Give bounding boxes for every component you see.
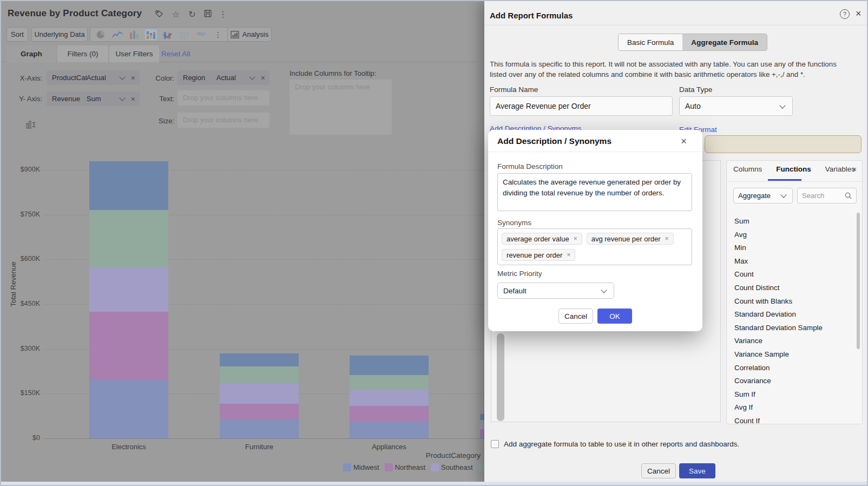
function-item[interactable]: Sum If xyxy=(734,388,823,402)
tab-aggregate-formula[interactable]: Aggregate Formula xyxy=(682,34,767,50)
bar-segment[interactable] xyxy=(89,210,168,267)
bottom-scrollbar-strip[interactable] xyxy=(1,482,868,486)
function-item[interactable]: Covariance xyxy=(734,375,823,388)
modal-cancel-button[interactable]: Cancel xyxy=(558,308,593,324)
bar-segment[interactable] xyxy=(89,161,168,210)
legend-item[interactable]: Northeast xyxy=(385,463,425,471)
add-description-synonyms-modal: Add Description / Synonyms × Formula Des… xyxy=(488,130,702,331)
function-item[interactable]: Count xyxy=(734,268,823,281)
function-item[interactable]: Count If xyxy=(734,415,823,428)
function-search-input[interactable]: Search xyxy=(797,188,857,203)
x-category-label: Appliances xyxy=(351,443,427,451)
editor-scrollbar[interactable] xyxy=(497,333,504,421)
search-icon xyxy=(845,192,852,199)
synonyms-label: Synonyms xyxy=(497,219,531,227)
formula-description-label: Formula Description xyxy=(497,162,563,170)
bar-segment[interactable] xyxy=(220,419,299,438)
stacked-bar-chart: $0$150K$300K$450K$600K$750K$900KElectron… xyxy=(1,1,548,486)
panel-title: Add Report Formulas xyxy=(490,11,573,20)
function-item[interactable]: Count with Blanks xyxy=(734,295,823,308)
legend-swatch xyxy=(431,463,439,471)
bar-segment[interactable] xyxy=(220,353,299,366)
chevron-down-icon xyxy=(601,287,607,293)
bar-segment[interactable] xyxy=(350,422,429,438)
formula-editor-toolbar xyxy=(705,135,862,153)
legend-item[interactable]: Midwest xyxy=(343,463,379,471)
panel-close-icon[interactable]: × xyxy=(856,8,862,19)
modal-title: Add Description / Synonyms xyxy=(497,136,611,146)
sidebar-tab-functions[interactable]: Functions xyxy=(776,165,811,173)
sidebar-close-icon[interactable]: × xyxy=(852,165,857,174)
function-item[interactable]: Avg xyxy=(734,228,823,242)
modal-ok-button[interactable]: OK xyxy=(597,308,632,324)
metric-priority-select[interactable]: Default xyxy=(497,283,614,299)
synonyms-box[interactable]: average order value×avg revenue per orde… xyxy=(497,228,692,265)
y-tick-label: $600K xyxy=(10,255,40,262)
modal-close-icon[interactable]: × xyxy=(681,135,687,147)
function-item[interactable]: Sum xyxy=(734,215,823,228)
active-tab-underline xyxy=(768,179,801,181)
bar-segment[interactable] xyxy=(350,375,429,390)
function-item[interactable]: Avg If xyxy=(734,401,823,415)
x-axis-line xyxy=(43,438,547,439)
synonym-chip: revenue per order× xyxy=(502,249,575,261)
help-icon[interactable]: ? xyxy=(840,9,850,19)
bar-segment[interactable] xyxy=(350,406,429,422)
remove-synonym-icon[interactable]: × xyxy=(574,235,577,242)
metric-priority-label: Metric Priority xyxy=(497,270,542,278)
bar-segment[interactable] xyxy=(89,312,168,380)
function-category-select[interactable]: Aggregate xyxy=(733,188,793,203)
app-window: Revenue by Product Category ☆ ↻ ⋮ Sort U… xyxy=(0,0,868,486)
y-tick-label: $150K xyxy=(10,389,40,397)
panel-save-button[interactable]: Save xyxy=(679,463,715,478)
legend-swatch xyxy=(343,463,351,471)
bar-segment[interactable] xyxy=(350,390,429,406)
data-type-select[interactable]: Auto xyxy=(679,96,793,116)
function-item[interactable]: Count Distinct xyxy=(734,281,823,295)
sidebar-tab-columns[interactable]: Columns xyxy=(733,165,762,173)
bar-segment[interactable] xyxy=(89,267,168,312)
divider xyxy=(727,181,862,182)
y-tick-label: $900K xyxy=(10,166,40,173)
function-item[interactable]: Standard Deviation Sample xyxy=(734,321,823,335)
formula-name-input[interactable] xyxy=(490,96,673,116)
x-category-label: Furniture xyxy=(221,443,297,451)
y-tick-label: $0 xyxy=(10,434,40,442)
function-item[interactable]: Standard Deviation xyxy=(734,308,823,321)
legend-swatch xyxy=(385,463,393,471)
y-tick-label: $450K xyxy=(10,300,40,307)
function-item[interactable]: Max xyxy=(734,255,823,268)
formula-description-textarea[interactable]: Calculates the average revenue generated… xyxy=(497,173,692,211)
formula-helper-sidebar: ColumnsFunctionsVariables × Aggregate Se… xyxy=(726,160,863,424)
add-to-table-label: Add aggregate formula to table to use it… xyxy=(504,440,739,448)
chevron-down-icon xyxy=(780,192,786,198)
chevron-down-icon xyxy=(779,102,785,108)
data-type-label: Data Type xyxy=(679,86,712,94)
synonym-chip: avg revenue per order× xyxy=(587,233,674,245)
formula-name-label: Formula Name xyxy=(490,86,538,94)
remove-synonym-icon[interactable]: × xyxy=(665,235,669,242)
x-category-label: Electronics xyxy=(91,443,167,451)
function-item[interactable]: Correlation xyxy=(734,362,823,375)
bar-segment[interactable] xyxy=(220,383,299,404)
sidebar-scrollbar[interactable] xyxy=(857,213,860,349)
bar-segment[interactable] xyxy=(350,356,429,375)
tab-basic-formula[interactable]: Basic Formula xyxy=(619,34,682,50)
add-to-table-checkbox[interactable] xyxy=(491,440,499,448)
x-axis-title: ProductCategory xyxy=(405,451,481,459)
divider xyxy=(484,25,868,25)
chart-legend: MidwestNortheastSoutheastSouth xyxy=(343,463,507,471)
function-item[interactable]: Variance xyxy=(734,334,823,348)
sidebar-tab-variables[interactable]: Variables xyxy=(825,165,855,173)
bar-segment[interactable] xyxy=(220,366,299,383)
formula-description-text: This formula is specific to this report.… xyxy=(490,60,851,80)
remove-synonym-icon[interactable]: × xyxy=(567,251,570,259)
y-tick-label: $300K xyxy=(10,345,40,352)
function-item[interactable]: Variance Sample xyxy=(734,348,823,362)
legend-item[interactable]: Southeast xyxy=(431,463,473,471)
panel-cancel-button[interactable]: Cancel xyxy=(641,463,676,478)
formula-type-tabs: Basic Formula Aggregate Formula xyxy=(618,34,767,51)
bar-segment[interactable] xyxy=(89,380,168,438)
bar-segment[interactable] xyxy=(220,404,299,419)
function-item[interactable]: Min xyxy=(734,241,823,255)
